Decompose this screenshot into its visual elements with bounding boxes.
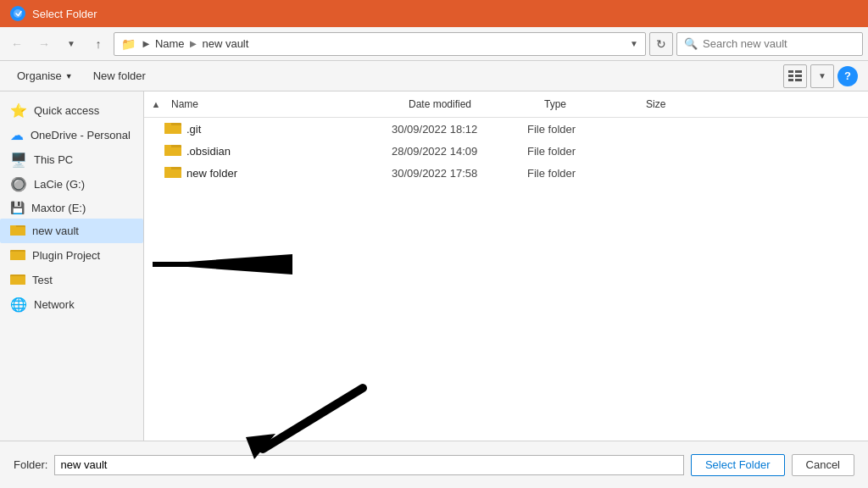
- sidebar-label-test: Test: [32, 274, 53, 286]
- sidebar-item-this-pc[interactable]: 🖥️ This PC: [0, 147, 143, 172]
- new-vault-folder-icon: [10, 223, 25, 239]
- address-folder-icon: 📁: [121, 37, 136, 51]
- sidebar-item-quick-access[interactable]: ⭐ Quick access: [0, 98, 143, 123]
- address-row: ← → ▼ ↑ 📁 ► Name ► new vault ▼ ↻ 🔍: [0, 27, 868, 61]
- file-list-header: ▲ Name Date modified Type Size: [144, 92, 868, 118]
- view-button[interactable]: [783, 64, 807, 88]
- folder-icon-new-folder: [164, 164, 181, 181]
- file-date-git: 30/09/2022 18:12: [385, 123, 520, 136]
- sidebar-label-network: Network: [34, 298, 75, 311]
- folder-label: Folder:: [14, 458, 47, 471]
- title-bar-icon: [10, 6, 25, 21]
- svg-rect-17: [164, 125, 181, 134]
- sidebar-label-this-pc: This PC: [34, 153, 73, 166]
- lacie-icon: 🔘: [10, 176, 27, 192]
- sidebar-label-plugin-project: Plugin Project: [32, 249, 100, 262]
- file-type-git: File folder: [520, 123, 622, 136]
- svg-rect-7: [795, 79, 802, 81]
- svg-rect-20: [164, 147, 181, 156]
- search-input[interactable]: [703, 37, 855, 50]
- file-type-new-folder: File folder: [520, 167, 622, 180]
- folder-icon-obsidian: [164, 142, 181, 159]
- sidebar-item-lacie[interactable]: 🔘 LaCie (G:): [0, 172, 143, 197]
- svg-rect-14: [10, 276, 25, 285]
- view-dropdown-button[interactable]: ▼: [810, 64, 834, 88]
- this-pc-icon: 🖥️: [10, 152, 27, 168]
- address-path: ► Name ► new vault: [141, 37, 625, 50]
- cancel-button[interactable]: Cancel: [792, 454, 854, 476]
- sidebar-label-onedrive: OneDrive - Personal: [31, 129, 131, 141]
- file-name-new-folder: new folder: [186, 167, 237, 180]
- forward-button[interactable]: →: [32, 32, 56, 56]
- path-new-vault: new vault: [202, 37, 248, 50]
- toolbar-row: Organise ▼ New folder ▼ ?: [0, 61, 868, 92]
- svg-rect-2: [788, 70, 793, 73]
- svg-rect-3: [788, 75, 793, 77]
- file-name-cell-obsidian: .obsidian: [164, 142, 385, 159]
- sidebar: ⭐ Quick access ☁ OneDrive - Personal 🖥️ …: [0, 92, 144, 441]
- new-folder-button[interactable]: New folder: [86, 65, 153, 87]
- file-date-new-folder: 30/09/2022 17:58: [385, 167, 520, 180]
- folder-input[interactable]: [54, 455, 683, 475]
- sort-arrow: ▲: [144, 99, 164, 109]
- main-area: ⭐ Quick access ☁ OneDrive - Personal 🖥️ …: [0, 92, 868, 441]
- col-header-name[interactable]: Name: [164, 95, 402, 114]
- address-bar[interactable]: 📁 ► Name ► new vault ▼: [114, 32, 646, 56]
- view-icon: [788, 70, 802, 82]
- file-name-cell-new-folder: new folder: [164, 164, 385, 181]
- recent-locations-button[interactable]: ▼: [59, 32, 83, 56]
- sidebar-item-onedrive[interactable]: ☁ OneDrive - Personal: [0, 123, 143, 147]
- col-header-date[interactable]: Date modified: [402, 95, 537, 114]
- path-part-1: ►: [141, 37, 152, 50]
- sidebar-item-new-vault[interactable]: new vault: [0, 219, 143, 243]
- organise-button[interactable]: Organise ▼: [10, 65, 80, 87]
- table-row[interactable]: .git 30/09/2022 18:12 File folder: [144, 118, 868, 140]
- sidebar-label-lacie: LaCie (G:): [34, 178, 85, 191]
- bottom-bar: Folder: Select Folder Cancel: [0, 441, 868, 488]
- help-button[interactable]: ?: [837, 66, 858, 86]
- address-dropdown-button[interactable]: ▼: [630, 39, 638, 48]
- sidebar-item-network[interactable]: 🌐 Network: [0, 292, 143, 317]
- search-box[interactable]: 🔍: [676, 32, 863, 56]
- title-bar: Select Folder: [0, 0, 868, 27]
- svg-rect-6: [795, 75, 802, 77]
- test-icon: [10, 272, 25, 288]
- svg-rect-12: [10, 252, 25, 260]
- refresh-button[interactable]: ↻: [649, 32, 673, 56]
- file-list-area: ▲ Name Date modified Type Size .git 30/0…: [144, 92, 868, 441]
- file-name-obsidian: .obsidian: [186, 145, 231, 158]
- title-bar-title: Select Folder: [32, 8, 97, 20]
- sidebar-item-plugin-project[interactable]: Plugin Project: [0, 243, 143, 268]
- quick-access-icon: ⭐: [10, 103, 27, 119]
- table-row[interactable]: .obsidian 28/09/2022 14:09 File folder: [144, 140, 868, 162]
- maxtor-icon: 💾: [10, 201, 25, 214]
- svg-point-1: [14, 9, 22, 18]
- back-button[interactable]: ←: [5, 32, 29, 56]
- plugin-project-icon: [10, 247, 25, 263]
- sidebar-label-new-vault: new vault: [32, 225, 79, 237]
- svg-rect-23: [164, 169, 181, 178]
- svg-rect-10: [10, 227, 25, 236]
- svg-rect-4: [788, 79, 793, 81]
- file-name-cell-git: .git: [164, 120, 385, 137]
- up-button[interactable]: ↑: [86, 32, 110, 56]
- table-row[interactable]: new folder 30/09/2022 17:58 File folder: [144, 162, 868, 184]
- sidebar-item-test[interactable]: Test: [0, 268, 143, 292]
- toolbar-right: ▼ ?: [783, 64, 858, 88]
- sidebar-item-maxtor[interactable]: 💾 Maxtor (E:): [0, 197, 143, 219]
- organise-label: Organise: [17, 69, 62, 82]
- svg-rect-5: [795, 70, 802, 73]
- organise-arrow-icon: ▼: [65, 72, 73, 80]
- search-icon: 🔍: [684, 37, 698, 50]
- col-header-type[interactable]: Type: [537, 95, 639, 114]
- onedrive-icon: ☁: [10, 127, 24, 143]
- file-type-obsidian: File folder: [520, 145, 622, 158]
- new-folder-label: New folder: [93, 69, 146, 82]
- path-sep: ►: [188, 37, 199, 50]
- select-folder-button[interactable]: Select Folder: [691, 454, 785, 476]
- file-name-git: .git: [186, 123, 201, 136]
- sidebar-label-quick-access: Quick access: [34, 104, 99, 117]
- network-icon: 🌐: [10, 297, 27, 313]
- col-header-size[interactable]: Size: [639, 95, 707, 114]
- path-maxtor: Name: [155, 37, 185, 50]
